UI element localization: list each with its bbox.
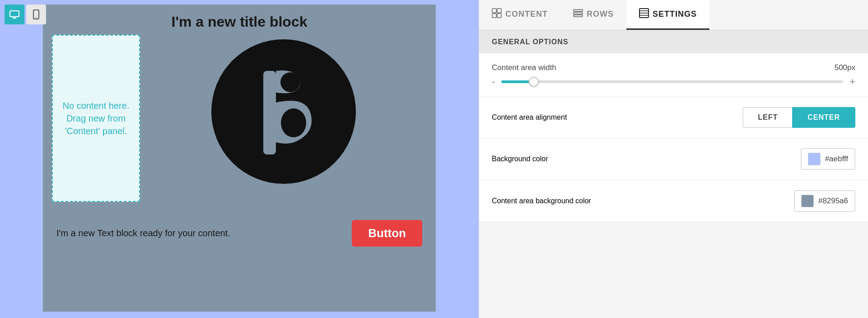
alignment-label: Content area alignment xyxy=(492,113,567,122)
svg-rect-11 xyxy=(574,9,583,11)
bg-color-swatch xyxy=(808,153,821,165)
device-toolbar xyxy=(5,5,46,24)
svg-point-6 xyxy=(280,72,300,92)
tabs-bar: CONTENT ROWS SE xyxy=(479,0,868,31)
width-decrease-button[interactable]: - xyxy=(492,77,495,87)
bg-color-hex: #aebfff xyxy=(825,154,848,164)
desktop-view-button[interactable] xyxy=(5,5,24,24)
alignment-row: Content area alignment LEFT CENTER xyxy=(492,107,855,128)
logo-circle xyxy=(211,39,356,184)
svg-rect-12 xyxy=(574,12,583,14)
settings-content: GENERAL OPTIONS Content area width 500px… xyxy=(479,31,868,318)
svg-rect-0 xyxy=(10,11,19,17)
tab-rows-label: ROWS xyxy=(587,9,614,19)
svg-rect-8 xyxy=(497,9,501,13)
content-width-value: 500px xyxy=(835,63,855,72)
alignment-row-container: Content area alignment LEFT CENTER xyxy=(479,97,868,138)
mobile-view-button[interactable] xyxy=(26,5,46,24)
background-color-row: Background color #aebfff xyxy=(479,138,868,180)
tab-settings[interactable]: SETTINGS xyxy=(626,0,709,30)
slider-thumb[interactable] xyxy=(529,77,539,87)
canvas-title: I'm a new title block xyxy=(52,14,427,30)
width-slider-track[interactable] xyxy=(501,80,843,83)
svg-point-5 xyxy=(281,108,306,137)
width-increase-button[interactable]: + xyxy=(849,77,855,87)
width-slider-container: - + xyxy=(492,77,855,87)
content-bg-hex: #8295a6 xyxy=(818,196,848,206)
content-bg-label: Content area background color xyxy=(492,197,591,205)
svg-rect-4 xyxy=(263,71,276,154)
tab-content-label: CONTENT xyxy=(505,9,548,19)
alignment-buttons: LEFT CENTER xyxy=(742,107,855,128)
grid-icon xyxy=(492,8,502,20)
content-bg-swatch xyxy=(801,195,814,207)
bg-color-picker[interactable]: #aebfff xyxy=(801,148,855,170)
svg-rect-7 xyxy=(492,9,496,13)
canvas-button[interactable]: Button xyxy=(352,220,422,247)
no-content-label: No content here. Drag new from 'Content'… xyxy=(60,99,132,137)
bottom-row: I'm a new Text block ready for your cont… xyxy=(43,211,436,260)
text-block: I'm a new Text block ready for your cont… xyxy=(56,228,352,238)
svg-rect-10 xyxy=(497,14,501,18)
svg-point-2 xyxy=(36,17,37,18)
svg-rect-13 xyxy=(574,15,583,17)
align-left-button[interactable]: LEFT xyxy=(742,107,792,128)
content-width-label-row: Content area width 500px xyxy=(492,63,855,72)
tab-content[interactable]: CONTENT xyxy=(479,0,560,30)
logo-area xyxy=(140,35,427,188)
content-bg-row: Content area background color #8295a6 xyxy=(492,190,855,212)
align-center-button[interactable]: CENTER xyxy=(792,107,855,128)
general-options-header: GENERAL OPTIONS xyxy=(479,31,868,53)
settings-icon xyxy=(639,8,649,20)
content-width-row: Content area width 500px - + xyxy=(479,53,868,97)
bg-color-label: Background color xyxy=(492,155,548,163)
tab-rows[interactable]: ROWS xyxy=(560,0,626,30)
content-bg-color-row: Content area background color #8295a6 xyxy=(479,180,868,222)
rows-icon xyxy=(573,9,583,19)
content-width-label: Content area width xyxy=(492,63,556,72)
svg-rect-9 xyxy=(492,14,496,18)
canvas-area: I'm a new title block No content here. D… xyxy=(43,5,436,312)
title-block: I'm a new title block xyxy=(43,5,436,35)
right-panel: CONTENT ROWS SE xyxy=(479,0,868,318)
content-bg-picker[interactable]: #8295a6 xyxy=(794,190,855,212)
no-content-drop-zone[interactable]: No content here. Drag new from 'Content'… xyxy=(52,35,140,202)
logo-svg xyxy=(216,44,351,179)
tab-settings-label: SETTINGS xyxy=(653,9,697,19)
slider-fill xyxy=(501,80,529,83)
content-row: No content here. Drag new from 'Content'… xyxy=(43,35,436,211)
bg-color-row: Background color #aebfff xyxy=(492,148,855,170)
left-panel: I'm a new title block No content here. D… xyxy=(0,0,479,318)
section-label: GENERAL OPTIONS xyxy=(492,38,568,46)
